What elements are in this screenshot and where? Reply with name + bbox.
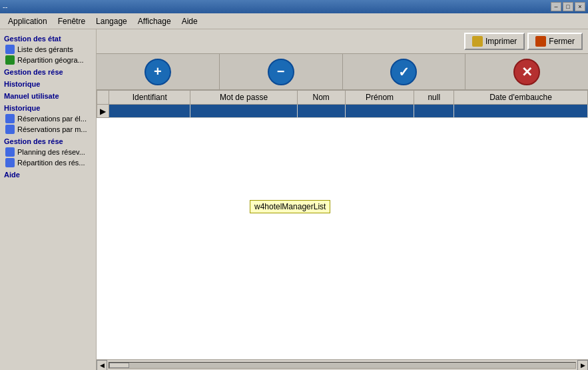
- action-bar: + − ✓ ✕: [97, 53, 588, 90]
- menu-aide[interactable]: Aide: [176, 15, 203, 27]
- close-label: Fermer: [549, 37, 575, 46]
- content-area: Imprimer Fermer + − ✓ ✕: [97, 29, 588, 370]
- menu-fenetre[interactable]: Fenêtre: [53, 15, 91, 27]
- close-button[interactable]: Fermer: [527, 33, 583, 50]
- close-window-button[interactable]: ×: [575, 2, 585, 11]
- sidebar-section-historique2: Historique: [0, 101, 96, 113]
- sidebar-item-label: Liste des gérants: [17, 45, 73, 53]
- col-mot-de-passe: Mot de passe: [190, 91, 297, 105]
- tooltip: w4hotelManagerList: [250, 200, 330, 213]
- sidebar-section-historique1: Historique: [0, 77, 96, 89]
- add-cell: +: [97, 54, 220, 89]
- sidebar-section-gestion-rese1: Gestion des rése: [0, 65, 96, 77]
- sidebar-item-label: Répartition des rés...: [17, 159, 85, 167]
- sidebar: Gestion des état Liste des gérants Répar…: [0, 29, 97, 370]
- sidebar-item-liste-gerants[interactable]: Liste des gérants: [0, 44, 96, 55]
- printer-icon: [472, 36, 483, 47]
- title-bar-controls: – □ ×: [551, 2, 585, 11]
- scroll-track[interactable]: [109, 362, 576, 369]
- row-indicator: ▶: [97, 105, 109, 118]
- print-button[interactable]: Imprimer: [464, 33, 525, 50]
- scroll-left-button[interactable]: ◀: [97, 360, 107, 371]
- menu-langage[interactable]: Langage: [91, 15, 133, 27]
- cell-mot-de-passe[interactable]: [190, 105, 297, 118]
- sidebar-item-reservations-el[interactable]: Réservations par él...: [0, 113, 96, 124]
- toolbar-row: Imprimer Fermer: [97, 29, 588, 53]
- col-nom: Nom: [297, 91, 345, 105]
- col-null: null: [414, 91, 454, 105]
- menu-bar: Application Fenêtre Langage Affichage Ai…: [0, 13, 588, 29]
- sidebar-section-aide: Aide: [0, 168, 96, 180]
- list-icon: [5, 114, 15, 123]
- cell-null[interactable]: [414, 105, 454, 118]
- cell-date-embauche[interactable]: [454, 105, 588, 118]
- main-layout: Gestion des état Liste des gérants Répar…: [0, 29, 588, 370]
- remove-button[interactable]: −: [268, 59, 294, 85]
- title-bar: -- – □ ×: [0, 0, 588, 13]
- remove-cell: −: [220, 54, 343, 89]
- col-date-embauche: Date d'embauche: [454, 91, 588, 105]
- minimize-button[interactable]: –: [551, 2, 561, 11]
- sidebar-section-gestion-etat: Gestion des état: [0, 32, 96, 44]
- col-identifiant: Identifiant: [109, 91, 190, 105]
- chart-icon: [5, 55, 15, 65]
- sidebar-section-manuel: Manuel utilisate: [0, 89, 96, 101]
- row-indicator-header: [97, 91, 109, 105]
- menu-application[interactable]: Application: [3, 15, 53, 27]
- sidebar-item-repartition-geo[interactable]: Répartition géogra...: [0, 55, 96, 65]
- cell-nom[interactable]: [297, 105, 345, 118]
- list-icon: [5, 147, 15, 157]
- sidebar-item-label: Réservations par él...: [17, 115, 87, 123]
- cell-identifiant[interactable]: [109, 105, 190, 118]
- menu-affichage[interactable]: Affichage: [133, 15, 176, 27]
- title-bar-left: --: [3, 3, 7, 11]
- cancel-cell: ✕: [465, 54, 588, 89]
- confirm-button[interactable]: ✓: [390, 59, 417, 85]
- sidebar-item-planning[interactable]: Planning des résev...: [0, 147, 96, 157]
- data-table: Identifiant Mot de passe Nom Prénom null…: [97, 90, 588, 118]
- add-button[interactable]: +: [145, 59, 171, 85]
- close-icon: [535, 36, 546, 47]
- scroll-right-button[interactable]: ▶: [577, 360, 588, 371]
- horizontal-scrollbar[interactable]: ◀ ▶: [97, 359, 588, 370]
- cancel-button[interactable]: ✕: [513, 59, 540, 85]
- maximize-button[interactable]: □: [563, 2, 573, 11]
- sidebar-item-label: Répartition géogra...: [17, 56, 84, 64]
- scroll-thumb[interactable]: [109, 363, 129, 368]
- cell-prenom[interactable]: [345, 105, 414, 118]
- title-bar-text: --: [3, 3, 7, 11]
- list-icon: [5, 158, 15, 167]
- list-icon: [5, 125, 15, 134]
- table-row[interactable]: ▶: [97, 105, 588, 118]
- sidebar-item-reservations-m[interactable]: Réservations par m...: [0, 124, 96, 135]
- sidebar-item-label: Réservations par m...: [17, 125, 87, 133]
- print-label: Imprimer: [485, 37, 517, 46]
- col-prenom: Prénom: [345, 91, 414, 105]
- sidebar-section-gestion-rese2: Gestion des rése: [0, 135, 96, 147]
- sidebar-item-repartition-res[interactable]: Répartition des rés...: [0, 157, 96, 168]
- confirm-cell: ✓: [343, 54, 466, 89]
- table-wrapper: Identifiant Mot de passe Nom Prénom null…: [97, 90, 588, 359]
- list-icon: [5, 45, 15, 54]
- sidebar-item-label: Planning des résev...: [17, 148, 85, 156]
